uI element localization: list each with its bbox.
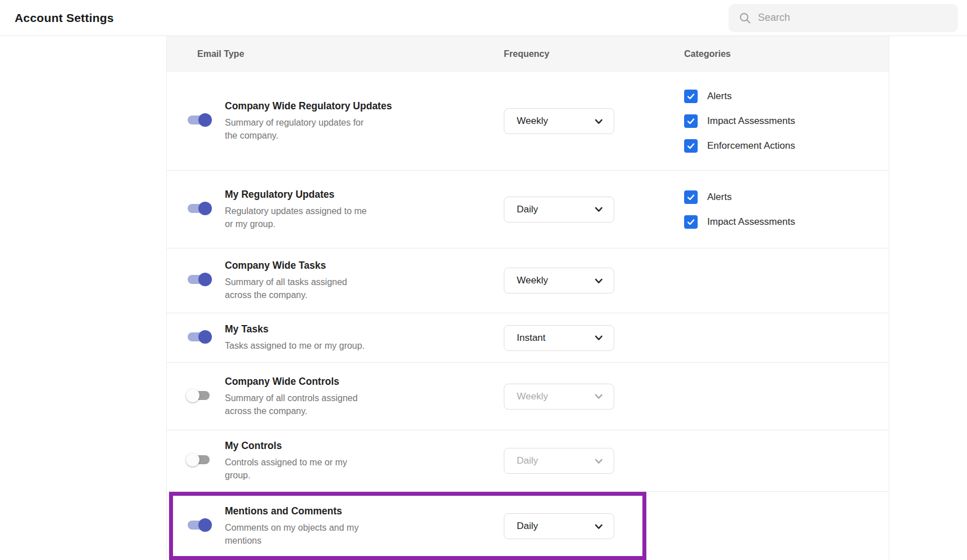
category-checkbox[interactable] [684, 190, 698, 204]
category-label: Alerts [707, 91, 731, 102]
email-type-description: Summary of all controls assigned across … [225, 392, 374, 417]
email-type-description: Summary of regulatory updates for the co… [225, 116, 374, 142]
toggle-cell [167, 330, 225, 346]
email-type-cell: Company Wide Tasks Summary of all tasks … [225, 260, 504, 301]
category-item: Alerts [684, 190, 889, 204]
page-title: Account Settings [15, 11, 114, 25]
email-toggle[interactable] [186, 113, 212, 127]
toggle-cell [167, 113, 225, 130]
frequency-cell: Instant [504, 325, 684, 351]
email-toggle[interactable] [186, 201, 212, 216]
chevron-down-icon [594, 117, 604, 126]
search-box[interactable] [729, 4, 958, 32]
page: Account Settings Email Type Frequency Ca… [0, 0, 967, 560]
table-row: Company Wide Regulatory Updates Summary … [167, 72, 889, 171]
table-row: Company Wide Tasks Summary of all tasks … [167, 248, 889, 313]
frequency-cell: Daily [504, 197, 684, 223]
category-item: Enforcement Actions [684, 139, 889, 153]
email-type-description: Regulatory updates assigned to me or my … [225, 205, 374, 230]
toggle-thumb [198, 202, 212, 215]
email-type-description: Summary of all tasks assigned across the… [225, 275, 374, 301]
category-item: Alerts [684, 90, 889, 103]
top-bar: Account Settings [0, 0, 967, 36]
frequency-value: Daily [517, 521, 538, 532]
email-toggle[interactable] [186, 518, 212, 532]
chevron-down-icon [594, 456, 604, 466]
column-header-frequency: Frequency [504, 49, 684, 59]
categories-cell: Alerts Impact Assessments [684, 190, 889, 229]
frequency-dropdown[interactable]: Weekly [504, 268, 614, 294]
table-body: Company Wide Regulatory Updates Summary … [167, 72, 889, 560]
category-item: Impact Assessments [684, 114, 889, 128]
table-row: Company Wide Controls Summary of all con… [167, 363, 889, 430]
check-icon [686, 193, 695, 202]
email-type-title: Company Wide Tasks [225, 260, 504, 272]
category-checkbox[interactable] [684, 139, 698, 153]
email-type-cell: My Regulatory Updates Regulatory updates… [225, 189, 504, 230]
table-row: My Regulatory Updates Regulatory updates… [167, 171, 889, 248]
chevron-down-icon [594, 392, 604, 401]
email-toggle[interactable] [186, 330, 212, 344]
category-label: Alerts [707, 192, 731, 203]
frequency-value: Instant [517, 332, 545, 344]
category-checkbox[interactable] [684, 215, 698, 229]
toggle-thumb [186, 453, 199, 466]
chevron-down-icon [594, 522, 604, 531]
frequency-dropdown[interactable]: Daily [504, 448, 614, 474]
toggle-cell [167, 272, 225, 289]
frequency-value: Daily [517, 455, 538, 466]
chevron-down-icon [594, 333, 604, 343]
toggle-cell [167, 388, 225, 405]
category-label: Enforcement Actions [707, 140, 795, 152]
frequency-value: Weekly [517, 391, 548, 402]
email-type-description: Controls assigned to me or my group. [225, 456, 374, 482]
frequency-cell: Daily [504, 448, 684, 474]
toggle-cell [167, 452, 225, 469]
toggle-thumb [198, 273, 212, 286]
frequency-dropdown[interactable]: Weekly [504, 384, 614, 410]
toggle-thumb [198, 113, 212, 127]
frequency-cell: Weekly [504, 108, 684, 134]
column-header-categories: Categories [684, 49, 889, 59]
email-toggle[interactable] [186, 388, 212, 403]
frequency-cell: Weekly [504, 268, 684, 294]
email-type-description: Comments on my objects and my mentions [225, 521, 374, 547]
email-toggle[interactable] [186, 452, 212, 467]
toggle-thumb [198, 330, 212, 344]
check-icon [686, 117, 695, 126]
table-row: Mentions and Comments Comments on my obj… [167, 492, 889, 560]
category-label: Impact Assessments [707, 115, 795, 127]
email-type-cell: Company Wide Controls Summary of all con… [225, 376, 504, 417]
table-header: Email Type Frequency Categories [167, 36, 889, 72]
toggle-cell [167, 518, 225, 535]
table-row: My Controls Controls assigned to me or m… [167, 430, 889, 492]
email-type-title: My Regulatory Updates [225, 189, 504, 201]
frequency-value: Daily [517, 204, 538, 215]
email-type-cell: My Controls Controls assigned to me or m… [225, 440, 504, 482]
toggle-thumb [186, 389, 199, 402]
category-checkbox[interactable] [684, 90, 698, 103]
chevron-down-icon [594, 276, 604, 286]
frequency-dropdown[interactable]: Daily [504, 197, 614, 223]
email-type-description: Tasks assigned to me or my group. [225, 339, 374, 352]
check-icon [686, 141, 695, 150]
check-icon [686, 92, 695, 101]
column-header-email-type: Email Type [167, 49, 504, 59]
frequency-value: Weekly [517, 115, 548, 127]
email-type-title: Mentions and Comments [225, 505, 504, 517]
category-checkbox[interactable] [684, 114, 698, 128]
email-settings-table: Email Type Frequency Categories Company … [166, 36, 889, 560]
toggle-thumb [198, 518, 212, 532]
email-type-cell: Mentions and Comments Comments on my obj… [225, 505, 504, 547]
frequency-dropdown[interactable]: Weekly [504, 108, 614, 134]
frequency-dropdown[interactable]: Daily [504, 513, 614, 539]
categories-cell: Alerts Impact Assessments Enforcement Ac… [684, 90, 889, 153]
email-type-title: My Controls [225, 440, 504, 452]
email-toggle[interactable] [186, 272, 212, 287]
category-label: Impact Assessments [707, 216, 795, 228]
search-input[interactable] [758, 12, 944, 24]
frequency-dropdown[interactable]: Instant [504, 325, 614, 351]
category-item: Impact Assessments [684, 215, 889, 229]
search-icon [739, 12, 751, 24]
email-type-title: My Tasks [225, 323, 504, 335]
